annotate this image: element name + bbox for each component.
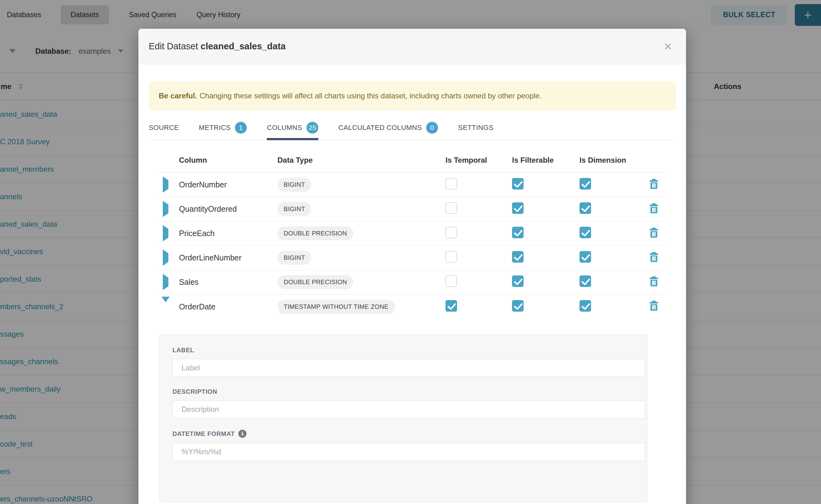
label-field: LABEL — [172, 347, 634, 377]
is-temporal-checkbox[interactable] — [446, 227, 457, 238]
column-row: PriceEach DOUBLE PRECISION — [159, 221, 667, 246]
label-field-label: LABEL — [172, 347, 634, 354]
tab-count-badge: 25 — [306, 122, 318, 134]
expand-caret-icon[interactable] — [163, 225, 168, 241]
expand-caret-icon[interactable] — [163, 201, 168, 217]
column-name: Sales — [179, 278, 277, 287]
column-row: QuantityOrdered BIGINT — [159, 197, 667, 221]
tab-label: COLUMNS — [267, 124, 302, 132]
is-filterable-checkbox[interactable] — [512, 275, 524, 287]
columns-rows: OrderNumber BIGINT — [159, 173, 667, 319]
column-name: QuantityOrdered — [179, 205, 277, 214]
is-dimension-checkbox[interactable] — [580, 300, 591, 312]
warning-banner: Be careful. Changing these settings will… — [149, 81, 676, 111]
tab-count-badge: 0 — [426, 122, 438, 134]
column-name: OrderLineNumber — [179, 253, 277, 262]
modal-body: Be careful. Changing these settings will… — [138, 81, 686, 502]
is-filterable-checkbox[interactable] — [512, 202, 524, 214]
delete-column-icon[interactable] — [649, 203, 667, 215]
is-filterable-checkbox[interactable] — [512, 178, 524, 190]
is-dimension-checkbox[interactable] — [580, 202, 591, 214]
is-temporal-checkbox[interactable] — [446, 178, 457, 190]
modal-tabs: SOURCE METRICS 1 COLUMNS 25 CALCULATED C… — [149, 122, 676, 140]
is-dimension-checkbox[interactable] — [580, 251, 591, 263]
is-dimension-checkbox[interactable] — [580, 275, 591, 287]
warning-bold: Be careful. — [159, 91, 197, 100]
dataset-name: cleaned_sales_data — [200, 41, 285, 51]
delete-column-icon[interactable] — [649, 301, 667, 313]
is-dimension-header: Is Dimension — [580, 156, 644, 165]
column-row: OrderDate TIMESTAMP WITHOUT TIME ZONE — [159, 294, 667, 319]
datetime-format-input[interactable] — [172, 443, 645, 461]
description-field: DESCRIPTION — [172, 388, 634, 418]
expand-caret-icon[interactable] — [163, 274, 168, 290]
data-type-pill: DOUBLE PRECISION — [277, 275, 353, 289]
expand-caret-icon[interactable] — [163, 176, 168, 193]
tab[interactable]: SOURCE — [149, 122, 179, 140]
modal-header: Edit Dataset cleaned_sales_data ✕ — [138, 29, 686, 64]
is-filterable-checkbox[interactable] — [512, 300, 524, 312]
tab-label: METRICS — [199, 124, 231, 132]
data-type-pill: BIGINT — [277, 251, 311, 265]
datetime-format-field: DATETIME FORMAT i — [172, 430, 634, 461]
is-filterable-checkbox[interactable] — [512, 227, 524, 238]
column-name: PriceEach — [179, 229, 277, 238]
expand-caret-icon[interactable] — [163, 250, 168, 266]
delete-column-icon[interactable] — [649, 252, 667, 264]
tab-label: SOURCE — [149, 124, 179, 132]
datetime-format-field-label: DATETIME FORMAT i — [172, 430, 634, 438]
expand-caret-icon[interactable] — [161, 297, 170, 311]
description-field-label: DESCRIPTION — [172, 388, 634, 395]
column-name: OrderDate — [179, 302, 277, 311]
is-temporal-checkbox[interactable] — [446, 300, 457, 312]
delete-column-icon[interactable] — [649, 228, 667, 240]
data-type-pill: DOUBLE PRECISION — [277, 226, 353, 240]
description-input[interactable] — [172, 400, 645, 418]
column-row: OrderLineNumber BIGINT — [159, 246, 667, 270]
modal-title: Edit Dataset cleaned_sales_data — [149, 41, 286, 52]
delete-column-icon[interactable] — [649, 179, 667, 191]
delete-column-icon[interactable] — [649, 276, 667, 288]
is-filterable-checkbox[interactable] — [512, 251, 524, 263]
is-temporal-checkbox[interactable] — [446, 251, 457, 263]
is-dimension-checkbox[interactable] — [580, 178, 591, 190]
info-icon[interactable]: i — [238, 430, 246, 438]
tab-label: CALCULATED COLUMNS — [338, 124, 422, 132]
is-temporal-header: Is Temporal — [446, 156, 512, 165]
column-detail-panel: LABEL DESCRIPTION DATETIME FORMAT i — [159, 334, 647, 502]
column-row: OrderNumber BIGINT — [159, 173, 667, 197]
data-type-pill: BIGINT — [277, 178, 311, 192]
columns-table: Column Data Type Is Temporal Is Filterab… — [159, 148, 667, 319]
close-icon[interactable]: ✕ — [664, 41, 673, 52]
is-dimension-checkbox[interactable] — [580, 227, 591, 238]
is-temporal-checkbox[interactable] — [446, 275, 457, 287]
column-row: Sales DOUBLE PRECISION — [159, 270, 667, 294]
edit-dataset-modal: Edit Dataset cleaned_sales_data ✕ Be car… — [138, 29, 686, 504]
columns-table-header: Column Data Type Is Temporal Is Filterab… — [159, 148, 667, 173]
tab[interactable]: METRICS 1 — [199, 122, 247, 140]
data-type-pill: TIMESTAMP WITHOUT TIME ZONE — [277, 300, 395, 314]
warning-text: Changing these settings will affect all … — [200, 91, 542, 100]
tab-label: SETTINGS — [458, 124, 493, 132]
column-name: OrderNumber — [179, 180, 277, 189]
data-type-header: Data Type — [277, 156, 446, 165]
is-temporal-checkbox[interactable] — [446, 202, 457, 214]
is-filterable-header: Is Filterable — [512, 156, 580, 165]
tab[interactable]: COLUMNS 25 — [267, 122, 318, 140]
tab-count-badge: 1 — [235, 122, 247, 134]
data-type-pill: BIGINT — [277, 202, 311, 216]
column-header: Column — [179, 156, 277, 165]
label-input[interactable] — [172, 359, 645, 377]
tab[interactable]: CALCULATED COLUMNS 0 — [338, 122, 438, 140]
tab[interactable]: SETTINGS — [458, 122, 493, 140]
